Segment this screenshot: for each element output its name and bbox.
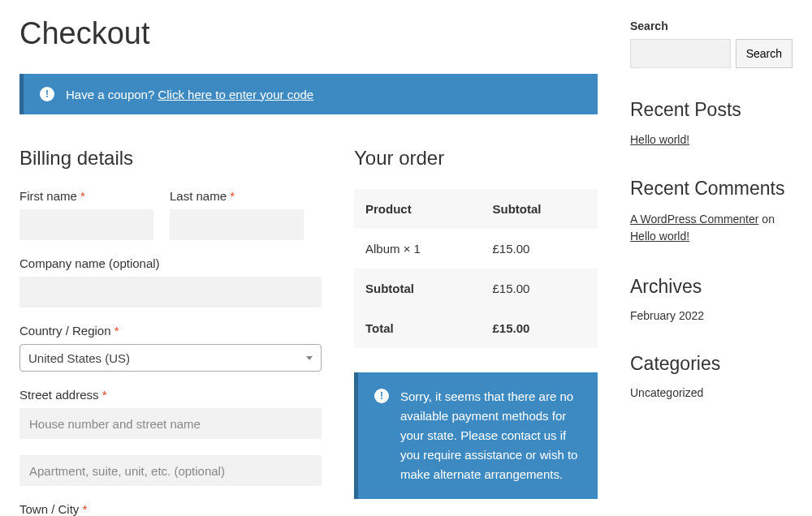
subtotal-row: Subtotal £15.00 — [354, 269, 598, 308]
product-name: Album — [365, 242, 404, 256]
label-text: Country / Region — [19, 324, 114, 338]
total-value: £15.00 — [481, 308, 598, 348]
page-title: Checkout — [19, 16, 598, 51]
info-icon: ! — [374, 389, 389, 403]
country-select[interactable]: United States (US) — [19, 344, 322, 372]
recent-posts-heading: Recent Posts — [630, 99, 793, 121]
last-name-input[interactable] — [170, 209, 304, 240]
archive-item[interactable]: February 2022 — [630, 309, 793, 322]
subtotal-value: £15.00 — [481, 269, 598, 308]
required-asterisk: * — [102, 388, 107, 402]
street-address-1-input[interactable] — [19, 408, 322, 439]
country-selected: United States (US) — [28, 351, 306, 365]
recent-comment-item: A WordPress Commenter on Hello world! — [630, 211, 793, 245]
archives-heading: Archives — [630, 276, 793, 298]
label-text: Street address — [19, 388, 102, 402]
search-input[interactable] — [630, 39, 731, 68]
label-text: Last name — [170, 189, 230, 203]
order-heading: Your order — [354, 147, 598, 170]
required-asterisk: * — [83, 502, 88, 516]
order-header-subtotal: Subtotal — [481, 189, 598, 229]
chevron-down-icon — [306, 356, 313, 360]
coupon-text: Have a coupon? Click here to enter your … — [66, 88, 313, 101]
country-label: Country / Region * — [19, 324, 322, 338]
recent-comments-heading: Recent Comments — [630, 178, 793, 200]
company-label: Company name (optional) — [19, 256, 322, 270]
billing-heading: Billing details — [19, 147, 322, 170]
order-table: Product Subtotal Album × 1 £15.00 Sub — [354, 189, 598, 348]
first-name-input[interactable] — [19, 209, 153, 240]
label-text: First name — [19, 189, 80, 203]
on-text: on — [758, 213, 774, 226]
payment-notice-text: Sorry, it seems that there are no availa… — [400, 387, 581, 484]
product-price: £15.00 — [481, 229, 598, 269]
product-qty: × 1 — [404, 242, 421, 256]
total-row: Total £15.00 — [354, 308, 598, 348]
label-text: Town / City — [19, 502, 83, 516]
search-button[interactable]: Search — [736, 39, 793, 68]
categories-heading: Categories — [630, 353, 793, 375]
required-asterisk: * — [80, 189, 85, 203]
coupon-banner: ! Have a coupon? Click here to enter you… — [19, 74, 598, 114]
subtotal-label: Subtotal — [354, 269, 481, 308]
info-icon: ! — [40, 87, 54, 101]
first-name-label: First name * — [19, 189, 153, 203]
category-item[interactable]: Uncategorized — [630, 386, 793, 399]
coupon-prompt: Have a coupon? — [66, 88, 158, 101]
required-asterisk: * — [114, 324, 119, 338]
town-label: Town / City * — [19, 502, 322, 516]
street-label: Street address * — [19, 388, 322, 402]
street-address-2-input[interactable] — [19, 455, 322, 486]
recent-post-link[interactable]: Hello world! — [630, 133, 689, 146]
table-row: Album × 1 £15.00 — [354, 229, 598, 269]
company-input[interactable] — [19, 277, 322, 307]
comment-post-link[interactable]: Hello world! — [630, 230, 689, 243]
payment-notice: ! Sorry, it seems that there are no avai… — [354, 372, 598, 499]
order-header-product: Product — [354, 189, 481, 229]
coupon-link[interactable]: Click here to enter your code — [158, 88, 313, 101]
total-label: Total — [354, 308, 481, 348]
search-label: Search — [630, 19, 793, 32]
commenter-link[interactable]: A WordPress Commenter — [630, 213, 758, 226]
required-asterisk: * — [230, 189, 235, 203]
last-name-label: Last name * — [170, 189, 304, 203]
